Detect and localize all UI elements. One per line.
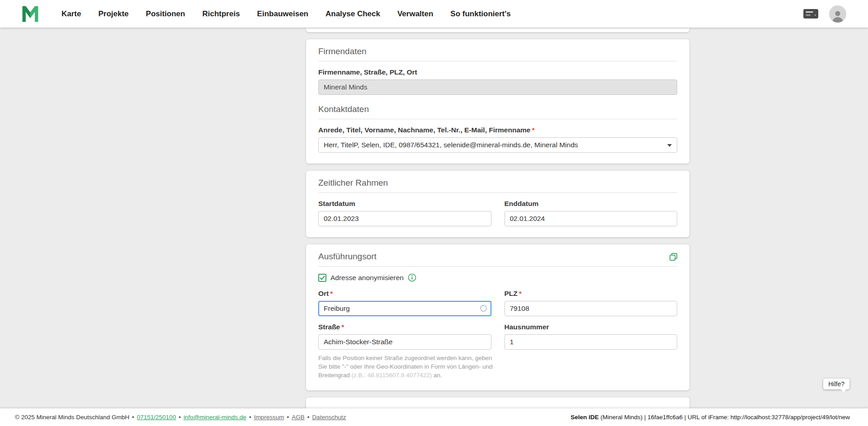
section-title-ausfuehrungsort: Ausführungsort [318,252,677,267]
required-marker: * [341,323,344,331]
contact-field-label: Anrede, Titel, Vorname, Nachname, Tel.-N… [318,126,677,134]
required-marker: * [532,126,534,134]
user-avatar-icon[interactable] [829,5,846,23]
plz-field[interactable] [505,301,678,316]
anonymize-label: Adresse anonymisieren [330,274,404,282]
main-nav: Karte Projekte Positionen Richtpreis Ein… [61,9,511,19]
geo-coordinates-example: (z.B.: 48.8115607,9.4077422) [352,372,432,379]
nav-item-so-funktionierts[interactable]: So funktioniert's [450,9,510,19]
required-marker: * [330,290,333,297]
info-icon[interactable] [408,273,416,282]
top-navbar: Karte Projekte Positionen Richtpreis Ein… [0,0,868,28]
startdatum-field[interactable] [318,211,491,226]
footer-phone-link[interactable]: 07151/250100 [137,414,176,421]
section-title-zeitlicher-rahmen: Zeitlicher Rahmen [318,178,677,193]
company-name-field[interactable] [318,80,677,95]
footer-datenschutz-link[interactable]: Datenschutz [312,414,346,421]
ort-field[interactable] [318,301,491,316]
anonymize-row: Adresse anonymisieren [318,273,677,282]
footer-separator: • [287,414,289,421]
strasse-field[interactable] [318,334,491,350]
card-partial-bottom [306,398,689,409]
timeframe-card: Zeitlicher Rahmen Startdatum Enddatum [306,171,689,237]
copyright-text: © 2025 Mineral Minds Deutschland GmbH [15,414,129,421]
nav-item-richtpreis[interactable]: Richtpreis [202,9,240,19]
required-marker: * [519,290,522,297]
nav-item-einbauweisen[interactable]: Einbauweisen [257,9,308,19]
contact-select[interactable]: Herr, TitelP, Selen, IDE, 0987/654321, s… [318,137,677,153]
navbar-right [803,5,846,23]
server-icon[interactable] [803,9,818,19]
footer-debug-info: Selen IDE (Mineral Minds) | 16fae1ffc6a6… [571,414,850,421]
card-partial-top [306,28,689,32]
footer-separator: • [132,414,134,421]
loading-spinner-icon [480,305,487,312]
nav-item-positionen[interactable]: Positionen [146,9,185,19]
street-hint-text: Falls die Position keiner Straße zugeord… [318,354,495,379]
company-field-label: Firmenname, Straße, PLZ, Ort [318,68,677,76]
company-data-card: Firmendaten Firmenname, Straße, PLZ, Ort… [306,39,689,164]
form-column: Firmendaten Firmenname, Straße, PLZ, Ort… [306,28,689,409]
footer-separator: • [307,414,310,421]
enddatum-label: Enddatum [505,200,678,208]
footer-email-link[interactable]: info@mineral-minds.de [184,414,246,421]
enddatum-field[interactable] [505,211,678,226]
page-footer: © 2025 Mineral Minds Deutschland GmbH • … [0,408,868,426]
section-title-firmendaten: Firmendaten [318,47,677,61]
copy-icon[interactable] [669,252,678,262]
hausnummer-field[interactable] [505,334,678,350]
hausnummer-label: Hausnummer [505,323,678,331]
footer-impressum-link[interactable]: Impressum [254,414,284,421]
ort-label: Ort* [318,290,491,298]
chevron-down-icon [667,144,672,147]
contact-select-value: Herr, TitelP, Selen, IDE, 0987/654321, s… [324,141,578,149]
nav-item-projekte[interactable]: Projekte [98,9,128,19]
mineral-minds-logo-icon[interactable] [20,4,41,24]
help-button[interactable]: Hilfe? [823,379,849,389]
footer-separator: • [179,414,181,421]
footer-agb-link[interactable]: AGB [292,414,305,421]
strasse-label: Straße* [318,323,491,331]
nav-item-verwalten[interactable]: Verwalten [397,9,433,19]
footer-left: © 2025 Mineral Minds Deutschland GmbH • … [15,414,346,421]
nav-item-karte[interactable]: Karte [61,9,81,19]
startdatum-label: Startdatum [318,200,491,208]
plz-label: PLZ* [505,290,678,298]
section-title-kontaktdaten: Kontaktdaten [318,104,677,119]
footer-separator: • [249,414,251,421]
location-card: Ausführungsort Adresse anonymisieren Ort… [306,244,689,390]
anonymize-checkbox[interactable] [318,274,326,282]
nav-item-analyse-check[interactable]: Analyse Check [326,9,380,19]
